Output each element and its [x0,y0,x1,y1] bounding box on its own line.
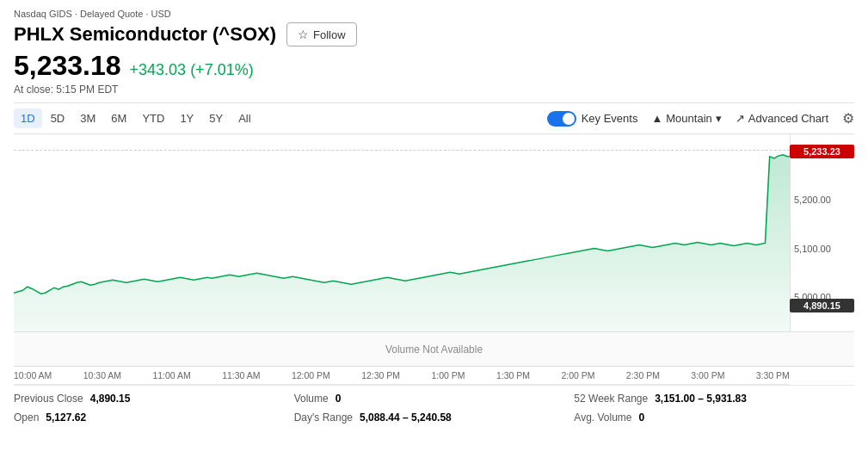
key-events-toggle[interactable]: Key Events [547,111,638,127]
key-events-label: Key Events [582,112,638,125]
current-price-tag: 5,233.23 [790,145,854,158]
days-range-value: 5,088.44 – 5,240.58 [360,411,452,424]
week52-label: 52 Week Range [574,393,648,405]
dashed-line [14,150,790,151]
time-label-7: 1:30 PM [496,370,530,380]
avg-volume-label: Avg. Volume [574,411,631,424]
volume-label: Volume [294,393,329,405]
price-value: 5,233.18 [14,50,121,82]
settings-button[interactable]: ⚙ [842,110,854,127]
advanced-chart-button[interactable]: ↗ Advanced Chart [736,112,828,125]
avg-volume-value: 0 [639,411,645,424]
price-change: +343.03 (+7.01%) [130,61,254,79]
previous-close-label: Previous Close [14,393,83,405]
tab-1d[interactable]: 1D [14,108,42,128]
stat-previous-close: Previous Close 4,890.15 [14,393,294,405]
tab-5y[interactable]: 5Y [202,108,230,128]
chart-container: 5,233.23 5,200.00 5,100.00 5,000.00 5,23… [14,134,854,385]
week52-value: 3,151.00 – 5,931.83 [655,393,747,405]
follow-label: Follow [313,28,346,41]
stat-open: Open 5,127.62 [14,411,294,424]
time-label-2: 11:00 AM [152,370,190,380]
advanced-chart-label: Advanced Chart [748,112,828,125]
time-label-1: 10:30 AM [83,370,121,380]
stats-row-1: Previous Close 4,890.15 Volume 0 52 Week… [14,385,854,408]
stat-avg-volume: Avg. Volume 0 [574,411,854,424]
time-tabs: 1D 5D 3M 6M YTD 1Y 5Y All [14,108,258,128]
open-label: Open [14,411,39,424]
follow-button[interactable]: ☆ Follow [286,22,357,46]
price-level-3: 5,100.00 [794,244,851,254]
time-label-3: 11:30 AM [222,370,260,380]
time-label-5: 12:30 PM [361,370,400,380]
advanced-chart-icon: ↗ [736,112,745,125]
tab-3m[interactable]: 3M [73,108,102,128]
volume-not-available: Volume Not Available [385,343,483,356]
chart-toolbar: 1D 5D 3M 6M YTD 1Y 5Y All Key Events ▲ M… [14,102,854,134]
open-value: 5,127.62 [46,411,86,424]
tab-ytd[interactable]: YTD [135,108,171,128]
time-label-9: 2:30 PM [626,370,660,380]
tab-6m[interactable]: 6M [104,108,133,128]
tab-all[interactable]: All [231,108,257,128]
chevron-down-icon: ▾ [716,112,722,125]
time-axis: 10:00 AM 10:30 AM 11:00 AM 11:30 AM 12:0… [14,367,790,385]
days-range-label: Day's Range [294,411,353,424]
mountain-icon: ▲ [651,112,662,125]
mountain-label: Mountain [666,112,711,125]
price-level-2: 5,200.00 [794,195,851,205]
time-label-6: 1:00 PM [431,370,465,380]
star-icon: ☆ [298,28,309,41]
source-label: Nasdaq GIDS · Delayed Quote · USD [14,9,854,19]
stock-title: PHLX Semiconductor (^SOX) [14,23,276,46]
time-label-0: 10:00 AM [14,370,52,380]
tab-5d[interactable]: 5D [44,108,72,128]
time-label-8: 2:00 PM [561,370,594,380]
stat-week52: 52 Week Range 3,151.00 – 5,931.83 [574,393,854,405]
time-label-4: 12:00 PM [292,370,330,380]
time-label-10: 3:00 PM [691,370,724,380]
tab-1y[interactable]: 1Y [173,108,200,128]
stats-row-2: Open 5,127.62 Day's Range 5,088.44 – 5,2… [14,408,854,430]
key-events-switch[interactable] [547,111,576,127]
volume-area: Volume Not Available [14,332,854,367]
chart-area[interactable]: 5,233.23 5,200.00 5,100.00 5,000.00 5,23… [14,134,854,332]
stat-volume: Volume 0 [294,393,575,405]
price-chart [14,134,854,331]
mountain-button[interactable]: ▲ Mountain ▾ [651,112,721,125]
volume-value: 0 [336,393,342,405]
stat-days-range: Day's Range 5,088.44 – 5,240.58 [294,411,575,424]
close-time: At close: 5:15 PM EDT [14,84,854,96]
toolbar-right: Key Events ▲ Mountain ▾ ↗ Advanced Chart… [547,110,854,127]
previous-close-value: 4,890.15 [90,393,131,405]
prev-price-tag: 4,890.15 [790,299,854,312]
time-label-11: 3:30 PM [756,370,790,380]
